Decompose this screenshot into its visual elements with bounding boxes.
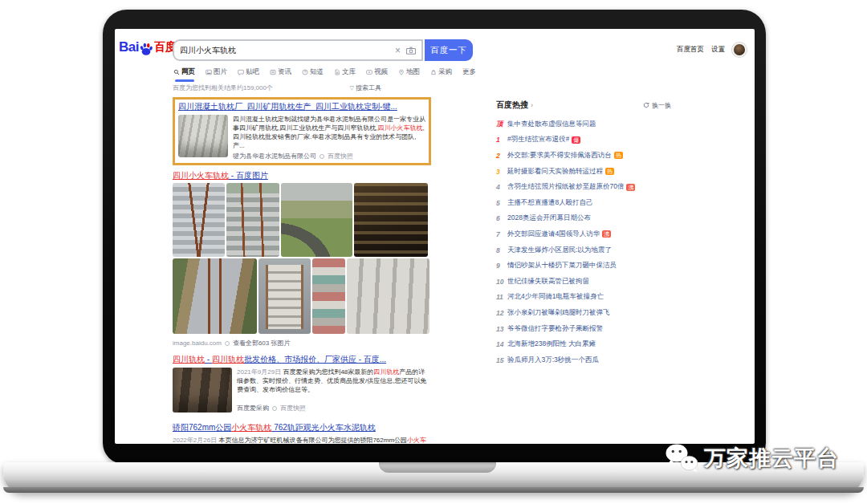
text-segment: 百度爱采购为您找到48家最新的 xyxy=(283,368,373,376)
hot-label[interactable]: 河北4少年同骑1电瓶车被撞身亡 xyxy=(507,292,604,302)
image-section-title[interactable]: 四川小火车轨枕 - 百度图片 xyxy=(173,170,431,181)
hot-search-item[interactable]: 4含羽生结弦照片报纸被炒至超原价70倍沸 xyxy=(496,179,671,195)
scene: Bai 百度 × 百度一下 xyxy=(0,0,867,504)
snapshot-link[interactable]: 百度快照 xyxy=(280,404,306,413)
snapshot-dot-icon xyxy=(272,406,277,411)
hot-label[interactable]: 含羽生结弦照片报纸被炒至超原价70倍 xyxy=(507,182,624,192)
hot-rank: 15 xyxy=(496,356,507,364)
hot-rank: 9 xyxy=(496,262,507,270)
image-thumbnail[interactable] xyxy=(354,183,428,257)
baidu-logo[interactable]: Bai 百度 xyxy=(119,39,177,55)
search-button[interactable]: 百度一下 xyxy=(425,39,473,61)
hot-search-title[interactable]: 百度热搜 xyxy=(496,100,528,111)
text-segment: 四川小火车轨枕 xyxy=(173,171,229,180)
result-item: 四川轨枕 - 四川轨枕批发价格、市场报价、厂家供应 - 百度... 2021年9… xyxy=(173,354,431,413)
hot-search-item[interactable]: 7外交部回应邀请4国领导人访华沸 xyxy=(496,226,671,242)
settings-link[interactable]: 设置 xyxy=(711,45,725,55)
hot-label[interactable]: 2028奥运会开闭幕日期公布 xyxy=(507,213,591,223)
hot-label[interactable]: 集中查处散布虚假信息等问题 xyxy=(507,120,596,129)
result-description: 2021年9月29日 百度爱采购为您找到48家最新的四川轨枕产品的详细参数、实时… xyxy=(237,368,431,402)
hot-search-item[interactable]: 9情侣吵架从十楼扔下菜刀砸中保洁员 xyxy=(496,258,671,274)
image-grid-row xyxy=(173,258,431,334)
hot-search-item[interactable]: 3延时摄影看问天实验舱转运过程热 xyxy=(496,164,671,180)
tab-label: 文库 xyxy=(342,67,356,77)
snapshot-dot-icon xyxy=(225,341,230,346)
tab-more[interactable]: 更多 xyxy=(462,67,476,77)
result-title[interactable]: 四川轨枕 - 四川轨枕批发价格、市场报价、厂家供应 - 百度... xyxy=(173,354,431,365)
clear-icon[interactable]: × xyxy=(395,46,401,55)
tab-web[interactable]: 网页 xyxy=(173,67,195,77)
hot-label[interactable]: #羽生结弦宣布退役# xyxy=(507,135,569,144)
result-source[interactable]: 犍为县华君水泥制品有限公司 xyxy=(233,152,316,161)
image-thumbnail[interactable] xyxy=(312,258,345,334)
image-thumbnail[interactable] xyxy=(258,258,311,334)
hot-rank: 13 xyxy=(496,325,507,333)
hot-rank: 6 xyxy=(496,214,507,222)
hot-search-item[interactable]: 10世纪佳缘失联高管已被拘留 xyxy=(496,274,671,290)
hot-label[interactable]: 主播不想直播遭8人殴打自己 xyxy=(507,198,593,208)
hot-rank: 3 xyxy=(496,168,507,176)
result-title[interactable]: 骄阳762mm公园小火车轨枕 762轨距观光小火车水泥轨枕 xyxy=(173,422,431,433)
tab-wenku[interactable]: 文库 xyxy=(334,67,356,77)
hot-label[interactable]: 爷爷微信打字要枪孙子果断报警 xyxy=(507,324,603,334)
hot-label[interactable]: 世纪佳缘失联高管已被拘留 xyxy=(507,277,589,287)
hot-label[interactable]: 外交部回应邀请4国领导人访华 xyxy=(507,230,600,239)
camera-icon[interactable] xyxy=(406,47,416,55)
hot-search-item[interactable]: 62028奥运会开闭幕日期公布 xyxy=(496,211,671,227)
hot-label[interactable]: 外交部:要求美不得安排佩洛西访台 xyxy=(507,151,612,161)
tab-video[interactable]: 视频 xyxy=(366,67,388,77)
tab-label: 知道 xyxy=(310,67,324,77)
hot-label[interactable]: 张小泉剁刀被曝剁鸡腿时刀被弹飞 xyxy=(507,308,610,318)
snapshot-dot-icon xyxy=(320,154,324,159)
hot-search-item[interactable]: 15验瓜师月入3万:3秒挑一个西瓜 xyxy=(496,352,671,368)
result-source[interactable]: 百度爱采购 xyxy=(237,404,269,413)
tab-news[interactable]: 资讯 xyxy=(270,67,291,77)
user-avatar[interactable] xyxy=(732,43,747,57)
hot-badge: 沸 xyxy=(626,184,635,191)
hot-search-item[interactable]: 13爷爷微信打字要枪孙子果断报警 xyxy=(496,321,671,337)
tab-image[interactable]: 图片 xyxy=(206,67,227,77)
text-segment: 四川轨枕 xyxy=(373,368,399,376)
chevron-right-icon: › xyxy=(531,101,533,109)
hot-rank: 11 xyxy=(496,293,507,301)
tab-label: 视频 xyxy=(374,67,388,77)
hot-search-item[interactable]: 8天津发生爆炸小区居民:以为地震了 xyxy=(496,242,671,258)
hot-search-item[interactable]: 14北海新增238例阳性 大白累瘫 xyxy=(496,336,671,352)
hot-label[interactable]: 天津发生爆炸小区居民:以为地震了 xyxy=(507,246,612,255)
hot-label[interactable]: 延时摄影看问天实验舱转运过程 xyxy=(507,167,603,177)
search-tools-button[interactable]: ▽搜索工具 xyxy=(350,83,381,92)
image-grid-row xyxy=(173,183,431,257)
hot-search-item[interactable]: 12张小泉剁刀被曝剁鸡腿时刀被弹飞 xyxy=(496,305,671,321)
tab-caigou[interactable]: 采购 xyxy=(430,67,452,77)
text-segment: 骄阳762mm公园 xyxy=(173,423,231,432)
search-input[interactable] xyxy=(180,46,389,55)
snapshot-link[interactable]: 百度快照 xyxy=(328,152,353,161)
hot-label[interactable]: 情侣吵架从十楼扔下菜刀砸中保洁员 xyxy=(507,261,617,270)
hot-label[interactable]: 北海新增238例阳性 大白累瘫 xyxy=(507,339,596,349)
result-item-highlighted: 四川混凝土轨枕厂_四川矿用轨枕生产_四川工业轨枕定制-犍... 四川混凝土轨枕定… xyxy=(173,97,431,165)
view-all-images-link[interactable]: 查看全部603 张图片 xyxy=(233,339,291,348)
refresh-button[interactable]: 换一换 xyxy=(643,101,671,110)
hot-search-item[interactable]: 1#羽生结弦宣布退役#爆 xyxy=(496,132,671,148)
filter-icon: ▽ xyxy=(350,85,354,91)
image-thumbnail[interactable] xyxy=(226,183,279,257)
result-thumbnail[interactable] xyxy=(173,368,232,413)
hot-search-list: 顶集中查处散布虚假信息等问题1#羽生结弦宣布退役#爆2外交部:要求美不得安排佩洛… xyxy=(496,116,671,368)
text-segment: 四川混凝土轨枕厂_四川矿用轨枕生产_四川工业轨枕定制-犍... xyxy=(178,102,397,111)
hot-search-item[interactable]: 11河北4少年同骑1电瓶车被撞身亡 xyxy=(496,290,671,306)
hot-label[interactable]: 验瓜师月入3万:3秒挑一个西瓜 xyxy=(507,356,599,365)
image-thumbnail[interactable] xyxy=(173,258,257,334)
hot-search-item[interactable]: 顶集中查处散布虚假信息等问题 xyxy=(496,116,671,132)
tab-zhidao[interactable]: ?知道 xyxy=(302,67,324,77)
tab-tieba[interactable]: 贴吧 xyxy=(238,67,259,77)
image-thumbnail[interactable] xyxy=(281,183,352,257)
image-thumbnail[interactable] xyxy=(347,258,429,334)
result-title[interactable]: 四川混凝土轨枕厂_四川矿用轨枕生产_四川工业轨枕定制-犍... xyxy=(178,101,425,112)
result-thumbnail[interactable] xyxy=(178,115,228,157)
hot-search-item[interactable]: 5主播不想直播遭8人殴打自己 xyxy=(496,195,671,211)
tab-map[interactable]: 地图 xyxy=(398,67,420,77)
baidu-home-link[interactable]: 百度首页 xyxy=(677,45,704,55)
hot-search-item[interactable]: 2外交部:要求美不得安排佩洛西访台热 xyxy=(496,148,671,164)
search-box[interactable]: × xyxy=(173,39,423,61)
image-thumbnail[interactable] xyxy=(173,183,225,257)
